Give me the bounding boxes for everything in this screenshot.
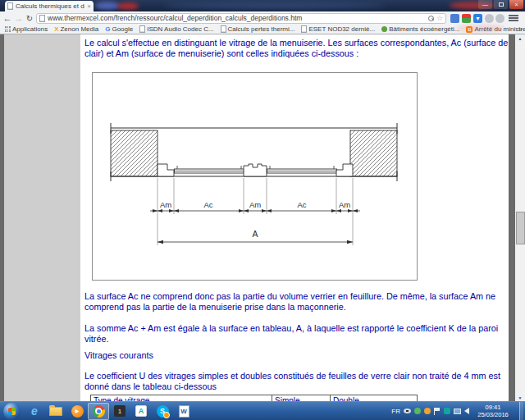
paragraph-intro: Le calcul s'effectue en distinguant le v…	[84, 38, 514, 59]
scroll-down-arrow[interactable]: ▼	[515, 394, 525, 401]
scrollbar-thumb[interactable]	[516, 212, 525, 244]
bookmark-applications[interactable]: Applications	[2, 25, 50, 33]
bookmark-item[interactable]: ESET NOD32 derniè...	[299, 25, 377, 33]
svg-text:Am: Am	[339, 200, 350, 209]
page-left-margin	[4, 34, 80, 401]
taskbar-skype-button[interactable]: S	[152, 403, 173, 420]
tray-eye-icon[interactable]	[404, 409, 411, 413]
extension-grey-icon[interactable]	[495, 14, 504, 23]
bookmark-item[interactable]: X Zenon Media	[52, 25, 101, 33]
zoom-level-icon[interactable]	[428, 16, 434, 21]
browser-toolbar: ← → ↻ www.thermexcel.com/french/ressourc…	[0, 11, 525, 25]
show-desktop-button[interactable]	[519, 402, 523, 420]
desktop-screen: Calculs thermiques et dép × — × ← → ↻ ww…	[0, 0, 525, 420]
taskbar-word-button[interactable]: W	[173, 403, 194, 420]
taskbar-clock[interactable]: 09:41 25/03/2016	[472, 404, 514, 418]
clock-date: 25/03/2016	[472, 411, 514, 418]
page-favicon-icon	[7, 2, 13, 10]
bookmark-star-icon[interactable]: ☆	[436, 15, 443, 22]
scroll-up-arrow[interactable]: ▲	[515, 34, 525, 42]
extension-grey-icon[interactable]	[485, 14, 494, 23]
address-bar[interactable]: www.thermexcel.com/french/ressourc/calcu…	[36, 13, 446, 24]
paragraph-surface-ac: La surface Ac ne comprend donc pas la pa…	[84, 291, 514, 313]
svg-text:Am: Am	[160, 200, 171, 209]
extension-red-green-icon[interactable]	[462, 14, 471, 23]
censor-blur	[164, 2, 386, 9]
tray-volume-icon[interactable]	[464, 408, 469, 414]
apps-grid-icon	[5, 26, 11, 32]
extension-translate-icon[interactable]	[450, 14, 459, 23]
start-button[interactable]	[3, 403, 21, 420]
web-page: Le calcul s'effectue en distinguant le v…	[0, 34, 525, 401]
svg-text:Ac: Ac	[297, 200, 306, 209]
censor-blur	[455, 25, 504, 32]
browser-tab[interactable]: Calculs thermiques et dép ×	[5, 1, 94, 11]
close-button[interactable]: ×	[509, 0, 523, 9]
page-info-icon[interactable]	[39, 15, 45, 22]
restore-button[interactable]	[494, 0, 508, 9]
browser-titlebar: Calculs thermiques et dép × — ×	[0, 0, 525, 11]
vertical-scrollbar[interactable]: ▲ ▼	[515, 34, 525, 401]
taskbar-dark-app-button[interactable]: 1	[109, 403, 130, 420]
tray-action-center-flag-icon[interactable]	[434, 408, 441, 415]
windows-taskbar: e ▶ 1 A S W FR	[0, 401, 525, 420]
skype-icon: S	[157, 405, 169, 418]
page-right-border	[509, 34, 515, 401]
back-button[interactable]: ←	[2, 11, 13, 25]
a-app-icon: A	[135, 405, 147, 417]
clock-time: 09:41	[472, 404, 514, 411]
tray-app-teal-icon[interactable]	[444, 408, 450, 414]
tray-status-green-icon[interactable]	[414, 408, 421, 414]
taskbar-a-app-button[interactable]: A	[130, 403, 152, 420]
overall-dimension-label: A	[252, 229, 258, 239]
windows-flag-icon	[8, 408, 16, 415]
window-section-figure: Am Ac Am Ac Am A	[92, 72, 418, 281]
forward-button[interactable]: →	[13, 11, 25, 25]
censor-blur	[117, 2, 139, 10]
bookmark-item[interactable]: ISDN Audio Codec C...	[137, 25, 216, 33]
frame-profiles	[158, 164, 353, 176]
bookmarks-overflow-chevron[interactable]: »	[518, 25, 523, 34]
restore-icon	[499, 2, 504, 7]
page-icon	[221, 25, 226, 33]
bookmarks-bar: Applications X Zenon Media G Google ISDN…	[0, 25, 525, 34]
tab-title: Calculs thermiques et dép	[16, 2, 84, 10]
bookmark-item[interactable]: Calculs pertes thermi...	[218, 25, 298, 33]
language-indicator[interactable]: FR	[391, 408, 400, 415]
zenon-x-icon: X	[54, 26, 58, 33]
taskbar-ie-button[interactable]: e	[24, 403, 45, 420]
google-g-icon: G	[105, 26, 110, 33]
media-player-icon: ▶	[71, 405, 84, 418]
svg-text:Am: Am	[249, 200, 261, 209]
paragraph-coefficient: Le coefficient U des vitrages simples et…	[84, 371, 514, 392]
minimize-button[interactable]: —	[478, 0, 492, 9]
chrome-icon	[93, 405, 105, 418]
taskbar-chrome-button[interactable]	[88, 403, 109, 420]
bookmark-item[interactable]: Bâtiments écoénergéti...	[379, 25, 462, 33]
leaf-icon	[381, 26, 387, 32]
menu-hamburger-icon[interactable]	[509, 15, 518, 21]
tray-notification-icon[interactable]	[424, 408, 431, 414]
subheading-vitrages: Vitrages courants	[84, 350, 514, 361]
window-controls: — ×	[478, 0, 523, 9]
system-tray: FR 09:41 25/03/2016	[391, 402, 523, 420]
dimension-labels: Am Ac Am Ac Am	[160, 200, 350, 209]
masonry-hatch-right	[350, 130, 397, 176]
paragraph-somme: La somme Ac + Am est égale à la surface …	[84, 323, 514, 345]
masonry-hatch-left	[111, 130, 158, 176]
folder-icon	[49, 407, 62, 416]
taskbar-media-button[interactable]: ▶	[66, 403, 88, 420]
dark-app-icon: 1	[114, 405, 126, 417]
extension-download-icon[interactable]: ▼	[473, 14, 482, 23]
word-doc-icon: W	[179, 405, 189, 418]
url-text: www.thermexcel.com/french/ressourc/calcu…	[48, 14, 426, 22]
taskbar-explorer-button[interactable]	[45, 403, 66, 420]
tab-close-icon[interactable]: ×	[87, 3, 91, 10]
window-section-diagram: Am Ac Am Ac Am A	[93, 73, 417, 280]
tray-network-icon[interactable]	[454, 409, 461, 414]
page-icon	[139, 25, 145, 33]
page-icon	[301, 25, 307, 33]
bookmark-item[interactable]: G Google	[103, 25, 135, 33]
reload-button[interactable]: ↻	[25, 11, 34, 25]
censor-blur	[95, 2, 120, 10]
